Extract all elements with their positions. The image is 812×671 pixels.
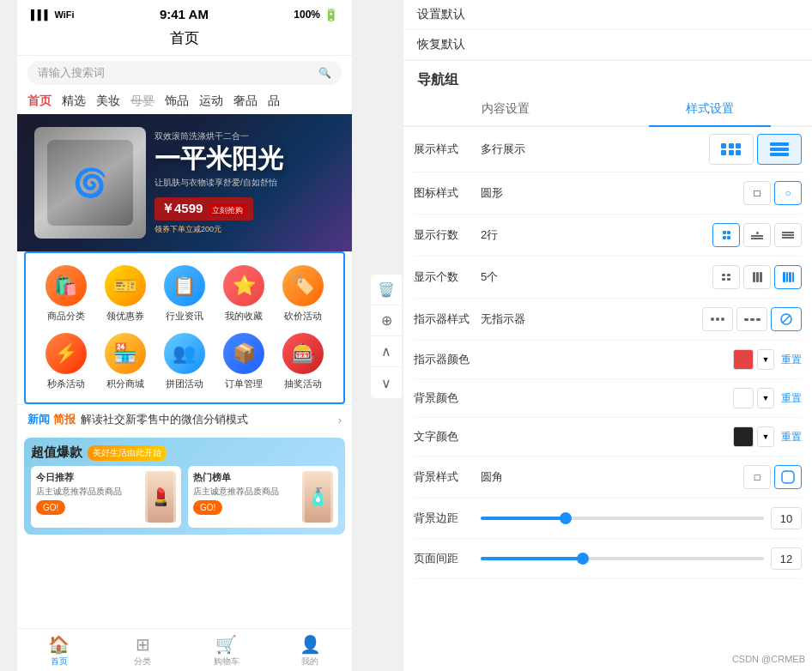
cat-item-home[interactable]: 首页 <box>27 94 52 109</box>
icon-item-group[interactable]: 👥 拼团活动 <box>155 328 214 396</box>
toolbar-section-1: 🗑️ ⊕ ∧ ∨ <box>371 275 402 398</box>
restore-default-button[interactable]: 恢复默认 <box>403 30 812 60</box>
promo-card-1-btn[interactable]: GO! <box>36 500 65 515</box>
display-list-btn[interactable] <box>757 134 802 165</box>
count-6-btn[interactable] <box>774 265 802 289</box>
cat-item-sports[interactable]: 运动 <box>199 94 223 109</box>
bg-color-swatch[interactable] <box>733 388 754 408</box>
icon-circle-btn[interactable]: ○ <box>774 181 802 205</box>
icon-item-bargain[interactable]: 🏷️ 砍价活动 <box>274 260 333 328</box>
icon-label-orders: 订单管理 <box>225 378 263 390</box>
page-margin-track[interactable] <box>481 557 764 560</box>
bg-square-btn[interactable]: □ <box>743 465 771 489</box>
phone-mockup: ▌▌▌ WiFi 9:41 AM 100% 🔋 首页 请输入搜索词 🔍 首页 精… <box>0 0 369 671</box>
search-bar[interactable]: 请输入搜索词 🔍 <box>17 56 352 90</box>
indicator-color-label: 指示器颜色 <box>414 352 474 367</box>
bg-color-row: 背景颜色 ▼ 重置 <box>414 379 802 418</box>
indicator-color-swatch[interactable] <box>733 349 754 370</box>
display-mode-row: 展示样式 多行展示 <box>414 127 802 172</box>
promo-cards: 今日推荐 店主诚意推荐品质商品 GO! 💄 热门榜单 店主诚意推荐品质商品 GO… <box>31 466 338 528</box>
icon-item-orders[interactable]: 📦 订单管理 <box>215 328 274 396</box>
icon-label-points: 积分商城 <box>106 378 144 390</box>
rows-1-btn[interactable] <box>743 223 771 247</box>
indicator-none-btn[interactable] <box>771 307 802 331</box>
bg-margin-track[interactable] <box>481 517 764 520</box>
battery-icon: 🔋 <box>324 8 338 21</box>
bg-style-row: 背景样式 圆角 □ <box>414 456 802 499</box>
icon-label-news: 行业资讯 <box>166 310 203 323</box>
icon-style-value: 圆形 <box>481 185 736 201</box>
page-margin-thumb[interactable] <box>577 553 589 565</box>
indicator-color-dropdown[interactable]: ▼ <box>757 349 774 370</box>
icon-shopping: 🛍️ <box>45 265 87 306</box>
text-color-dropdown[interactable]: ▼ <box>757 426 774 447</box>
promo-card-2-btn[interactable]: GO! <box>193 500 222 515</box>
cat-item-beauty[interactable]: 美妆 <box>96 94 120 109</box>
bg-color-dropdown[interactable]: ▼ <box>757 388 774 408</box>
count-4-btn[interactable] <box>712 265 740 289</box>
tab-profile[interactable]: 👤 我的 <box>269 634 353 668</box>
indicator-dots-btn[interactable] <box>702 307 733 331</box>
icon-item-flash[interactable]: ⚡ 秒杀活动 <box>36 328 95 396</box>
add-button[interactable]: ⊕ <box>371 305 402 336</box>
promo-card-2[interactable]: 热门榜单 店主诚意推荐品质商品 GO! 🧴 <box>188 466 338 528</box>
bg-margin-row: 背景边距 10 <box>414 499 802 539</box>
icon-label-flash: 秒杀活动 <box>47 378 85 390</box>
cat-item-select[interactable]: 精选 <box>62 94 86 109</box>
icon-item-points[interactable]: 🏪 积分商城 <box>95 328 155 396</box>
icon-item-news[interactable]: 📋 行业资讯 <box>155 260 214 328</box>
icon-item-shopping[interactable]: 🛍️ 商品分类 <box>36 260 95 328</box>
indicator-color-selector: ▼ 重置 <box>733 349 802 370</box>
icon-square-btn[interactable]: □ <box>743 181 771 205</box>
cat-item-more[interactable]: 品 <box>268 94 280 109</box>
right-panel: 设置默认 恢复默认 导航组 内容设置 样式设置 展示样式 多行展示 <box>403 0 812 671</box>
bg-color-label: 背景颜色 <box>414 390 474 406</box>
text-color-swatch[interactable] <box>733 426 754 447</box>
icon-bargain: 🏷️ <box>282 265 324 306</box>
display-grid-btn[interactable] <box>709 134 754 165</box>
icon-flash: ⚡ <box>45 333 87 374</box>
icon-style-controls: □ ○ <box>743 181 802 205</box>
icon-points: 🏪 <box>105 333 146 374</box>
cat-item-jewelry[interactable]: 饰品 <box>165 94 189 109</box>
bg-color-reset[interactable]: 重置 <box>781 391 802 406</box>
tab-cart[interactable]: 🛒 购物车 <box>185 634 269 668</box>
tab-style-settings[interactable]: 样式设置 <box>608 93 812 125</box>
battery-area: 100% 🔋 <box>294 8 338 21</box>
delete-button[interactable]: 🗑️ <box>371 275 402 305</box>
set-default-button[interactable]: 设置默认 <box>403 0 812 30</box>
tab-content-settings[interactable]: 内容设置 <box>403 93 608 125</box>
promo-card-2-label: 热门榜单 <box>193 471 299 484</box>
promo-header: 超值爆款 美好生活由此开始 <box>31 444 338 461</box>
rows-2-btn[interactable] <box>712 223 740 247</box>
icon-item-coupon[interactable]: 🎫 领优惠券 <box>95 260 155 328</box>
promo-card-1-label: 今日推荐 <box>36 471 142 484</box>
rows-3-btn[interactable] <box>774 223 802 247</box>
icon-lottery: 🎰 <box>282 333 324 374</box>
bg-rounded-btn[interactable] <box>774 465 802 489</box>
move-down-button[interactable]: ∨ <box>371 367 402 398</box>
promo-card-1[interactable]: 今日推荐 店主诚意推荐品质商品 GO! 💄 <box>31 466 181 528</box>
indicator-lines-btn[interactable] <box>736 307 767 331</box>
icon-item-lottery[interactable]: 🎰 抽奖活动 <box>274 328 333 396</box>
rows-value: 2行 <box>481 227 706 243</box>
banner-price: ￥4599 <box>161 201 203 215</box>
banner-subtitle: 让肌肤与衣物读享舒爱/自如舒怡 <box>155 177 277 189</box>
indicator-color-reset[interactable]: 重置 <box>781 353 802 367</box>
cat-item-luxury[interactable]: 奢品 <box>233 94 258 109</box>
indicator-controls <box>702 307 802 331</box>
count-5-btn[interactable] <box>743 265 771 289</box>
bg-color-selector: ▼ 重置 <box>733 388 802 408</box>
phone-frame: ▌▌▌ WiFi 9:41 AM 100% 🔋 首页 请输入搜索词 🔍 首页 精… <box>17 0 352 671</box>
icon-grid-block: 🛍️ 商品分类 🎫 领优惠券 📋 行业资讯 ⭐ 我的收藏 🏷️ 砍价 <box>24 251 345 404</box>
search-input[interactable]: 请输入搜索词 🔍 <box>27 61 342 85</box>
move-up-button[interactable]: ∧ <box>371 336 402 367</box>
icon-item-favorites[interactable]: ⭐ 我的收藏 <box>215 260 274 328</box>
text-color-reset[interactable]: 重置 <box>781 430 802 444</box>
tab-profile-label: 我的 <box>301 656 318 668</box>
cat-item-baby[interactable]: 母婴 <box>130 94 155 109</box>
signal-area: ▌▌▌ WiFi <box>31 9 75 20</box>
tab-category[interactable]: ⊞ 分类 <box>101 634 185 668</box>
tab-home[interactable]: 🏠 首页 <box>17 634 101 668</box>
bg-margin-thumb[interactable] <box>560 512 572 524</box>
